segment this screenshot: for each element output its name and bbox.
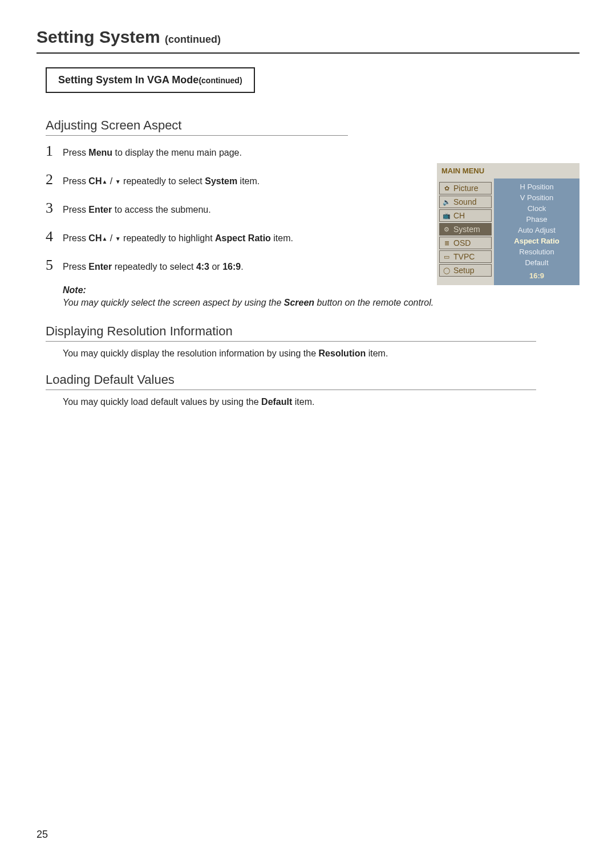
step-num: 5: [46, 257, 63, 274]
rule-aspect: [46, 135, 348, 136]
step-num: 4: [46, 228, 63, 245]
page-title-main: Setting System: [37, 27, 160, 46]
page-number: 25: [37, 829, 48, 841]
osd-item-picture: ✿Picture: [439, 182, 492, 194]
arrow-down-icon: ▼: [115, 236, 121, 242]
osd-item-system: ⚙System: [439, 223, 492, 236]
tv-icon: 📺: [442, 212, 451, 219]
osd-opt-phase: Phase: [496, 214, 577, 224]
box-cont: (continued): [198, 76, 242, 85]
resolution-para: You may quickly display the resolution i…: [63, 348, 579, 359]
manual-page: Setting System (continued) Setting Syste…: [0, 0, 616, 868]
step-text: Press CH▲ / ▼ repeatedly to highlight As…: [63, 232, 354, 245]
arrow-down-icon: ▼: [115, 179, 121, 185]
rule-resolution: [46, 341, 536, 342]
arrow-up-icon: ▲: [102, 179, 107, 185]
osd-left-column: ✿Picture 🔈Sound 📺CH ⚙System ≣OSD ▭TVPC ◯…: [437, 179, 494, 285]
note-block: Note: You may quickly select the screen …: [63, 285, 579, 308]
osd-opt-aspectratio: Aspect Ratio: [496, 236, 577, 246]
step-num: 3: [46, 200, 63, 217]
step-text: Press Enter repeatedly to select 4:3 or …: [63, 261, 354, 273]
monitor-icon: ▭: [442, 253, 451, 260]
gear-icon: ⚙: [442, 226, 451, 233]
osd-opt-default: Default: [496, 258, 577, 267]
osd-opt-resolution: Resolution: [496, 247, 577, 257]
page-title: Setting System (continued): [37, 27, 579, 47]
osd-item-tvpc: ▭TVPC: [439, 250, 492, 263]
step-2: 2 Press CH▲ / ▼ repeatedly to select Sys…: [46, 171, 354, 188]
note-head: Note:: [63, 285, 86, 295]
page-title-continued: (continued): [165, 34, 221, 45]
osd-body: ✿Picture 🔈Sound 📺CH ⚙System ≣OSD ▭TVPC ◯…: [437, 179, 579, 285]
title-rule: [37, 52, 579, 54]
heading-resolution: Displaying Resolution Information: [46, 324, 579, 339]
step-5: 5 Press Enter repeatedly to select 4:3 o…: [46, 257, 354, 274]
osd-item-osd: ≣OSD: [439, 237, 492, 249]
osd-right-column: H Position V Position Clock Phase Auto A…: [494, 179, 579, 285]
osd-item-sound: 🔈Sound: [439, 196, 492, 208]
osd-item-ch: 📺CH: [439, 209, 492, 222]
box-main: Setting System In VGA Mode: [58, 74, 198, 86]
osd-value: 16:9: [496, 271, 577, 281]
step-4: 4 Press CH▲ / ▼ repeatedly to highlight …: [46, 228, 354, 245]
osd-opt-hposition: H Position: [496, 182, 577, 192]
step-3: 3 Press Enter to access the submenu.: [46, 200, 354, 217]
defaults-para: You may quickly load default values by u…: [63, 397, 579, 407]
step-num: 1: [46, 143, 63, 160]
step-1: 1 Press Menu to display the menu main pa…: [46, 143, 354, 160]
circle-icon: ◯: [442, 267, 451, 274]
osd-menu: MAIN MENU ✿Picture 🔈Sound 📺CH ⚙System ≣O…: [437, 163, 579, 285]
step-text: Press CH▲ / ▼ repeatedly to select Syste…: [63, 175, 354, 188]
rule-defaults: [46, 390, 536, 390]
list-icon: ≣: [442, 240, 451, 246]
osd-title: MAIN MENU: [437, 163, 579, 179]
step-text: Press Menu to display the menu main page…: [63, 147, 354, 159]
osd-opt-clock: Clock: [496, 204, 577, 213]
osd-item-setup: ◯Setup: [439, 264, 492, 277]
section-box-title: Setting System In VGA Mode(continued): [46, 67, 255, 93]
picture-icon: ✿: [442, 185, 451, 192]
heading-defaults: Loading Default Values: [46, 372, 579, 387]
steps-list: 1 Press Menu to display the menu main pa…: [46, 143, 354, 274]
osd-opt-autoadjust: Auto Adjust: [496, 225, 577, 235]
note-body: You may quickly select the screen aspect…: [63, 298, 579, 308]
step-text: Press Enter to access the submenu.: [63, 204, 354, 216]
step-num: 2: [46, 171, 63, 188]
sound-icon: 🔈: [442, 198, 451, 205]
heading-aspect: Adjusting Screen Aspect: [46, 118, 579, 133]
osd-opt-vposition: V Position: [496, 193, 577, 202]
arrow-up-icon: ▲: [102, 236, 107, 242]
